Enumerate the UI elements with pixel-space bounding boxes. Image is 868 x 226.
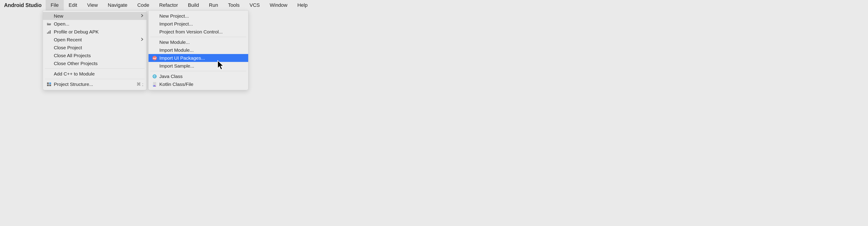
menu-view[interactable]: View [82,0,103,10]
menu-label: Profile or Debug APK [54,29,143,35]
menu-label: Project Structure... [54,82,143,87]
menu-file[interactable]: File [46,0,64,10]
new-kotlin-class[interactable]: Kotlin Class/File [149,80,248,88]
import-project[interactable]: Import Project... [149,20,248,28]
menu-label: New [54,13,143,19]
menu-label: Java Class [159,74,245,79]
svg-rect-5 [47,85,49,86]
separator [45,79,145,79]
menu-label: New Module... [159,39,245,45]
keyboard-shortcut: ⌘ ; [136,82,143,87]
import-sample[interactable]: Import Sample... [149,62,248,70]
menu-help[interactable]: Help [292,0,312,10]
menubar: Android Studio File Edit View Navigate C… [0,0,355,10]
file-profile-debug[interactable]: Profile or Debug APK [43,28,147,36]
folder-open-icon [46,22,52,26]
menu-tools[interactable]: Tools [223,0,245,10]
menu-label: Import UI Packages... [159,55,245,61]
menu-label: Kotlin Class/File [159,82,245,87]
new-project[interactable]: New Project... [149,12,248,20]
menu-code[interactable]: Code [132,0,154,10]
menu-label: Import Sample... [159,63,245,69]
kotlin-file-icon [152,82,158,87]
app-name: Android Studio [4,2,46,8]
menu-label: Close Other Projects [54,61,143,66]
profile-debug-icon [46,30,52,34]
menu-label: Add C++ to Module [54,71,143,76]
file-close-all[interactable]: Close All Projects [43,52,147,59]
menu-window[interactable]: Window [265,0,292,10]
svg-rect-2 [50,30,51,34]
file-open-recent[interactable]: Open Recent [43,36,147,44]
svg-text:C: C [154,75,156,78]
menu-label: Project from Version Control... [159,29,245,35]
svg-rect-6 [49,85,51,86]
menu-label: Close Project [54,45,143,51]
new-java-class[interactable]: C Java Class [149,72,248,80]
menu-navigate[interactable]: Navigate [103,0,132,10]
svg-rect-3 [47,83,49,84]
new-submenu: New Project... Import Project... Project… [148,10,248,90]
file-close-other[interactable]: Close Other Projects [43,59,147,67]
file-new[interactable]: New [43,12,147,20]
svg-rect-0 [47,33,48,34]
svg-rect-1 [49,31,49,34]
menu-refactor[interactable]: Refactor [154,0,183,10]
file-dropdown: New Open... Profile or Debug APK Open Re… [43,10,147,90]
menu-label: Open... [54,21,143,27]
chevron-right-icon [141,13,143,18]
svg-rect-4 [49,83,51,84]
file-open[interactable]: Open... [43,20,147,28]
menu-edit[interactable]: Edit [64,0,82,10]
chevron-right-icon [141,37,143,42]
menu-label: Import Module... [159,47,245,53]
file-project-structure[interactable]: Project Structure... ⌘ ; [43,80,147,88]
file-close-project[interactable]: Close Project [43,44,147,52]
menu-label: Import Project... [159,21,245,27]
separator [45,68,145,69]
import-ui-packages[interactable]: Import UI Packages... [149,54,248,62]
relay-icon [152,56,158,61]
separator [150,37,246,37]
java-class-icon: C [152,74,158,79]
menu-label: Open Recent [54,37,143,42]
new-module[interactable]: New Module... [149,38,248,46]
menu-vcs[interactable]: VCS [245,0,265,10]
menu-run[interactable]: Run [204,0,223,10]
file-add-cpp[interactable]: Add C++ to Module [43,70,147,78]
project-structure-icon [46,82,52,86]
menu-label: New Project... [159,13,245,19]
project-from-vcs[interactable]: Project from Version Control... [149,28,248,36]
menu-label: Close All Projects [54,53,143,58]
import-module[interactable]: Import Module... [149,46,248,54]
menu-build[interactable]: Build [183,0,204,10]
